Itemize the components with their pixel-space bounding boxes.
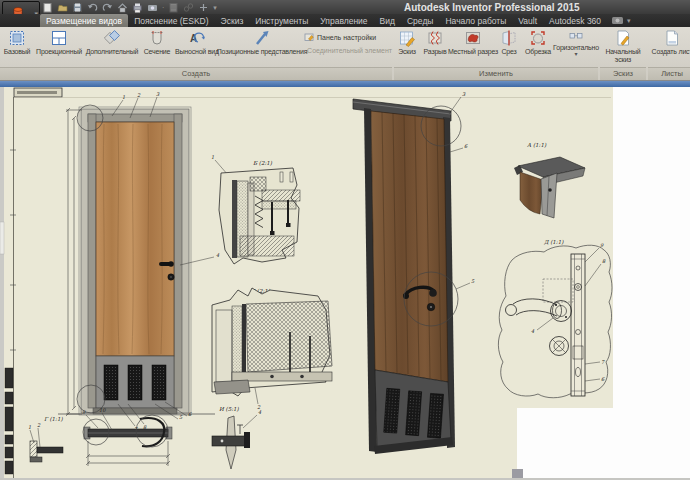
print-icon[interactable]: [132, 2, 143, 13]
link-icon[interactable]: [183, 2, 194, 13]
ribbon-group-sheets: Создать лист Листы: [648, 27, 690, 80]
ribbon-group-modify: Эскиз Разрыв Местный разрез Срез Обрезка…: [394, 27, 598, 80]
save-icon[interactable]: [72, 2, 83, 13]
projected-view-button[interactable]: Проекционный: [34, 29, 84, 56]
home-icon[interactable]: [117, 2, 128, 13]
svg-text:1: 1: [28, 424, 31, 430]
redo-icon[interactable]: [102, 2, 113, 13]
svg-text:1: 1: [122, 94, 125, 100]
breakout-icon: [464, 29, 482, 47]
ribbon: Базовый Проекционный Дополнительный Сече…: [0, 27, 690, 80]
view-section-b[interactable]: Б (2:1) 1: [211, 154, 300, 264]
app-title: Autodesk Inventor Professional 2015: [404, 2, 580, 13]
tab-manage[interactable]: Управление: [314, 14, 373, 27]
camera-icon[interactable]: [147, 2, 158, 13]
base-view-button[interactable]: Базовый: [0, 29, 34, 56]
screencast-icon: [612, 16, 625, 25]
title-bar: · ▾ Autodesk Inventor Professional 2015: [0, 0, 690, 14]
horizontal-dropdown-caret: ▾: [574, 52, 577, 56]
group-label-sketch: Эскиз: [600, 67, 646, 80]
tab-annotate-eskd[interactable]: Пояснение (ESKD): [128, 14, 214, 27]
annotate-icon[interactable]: [168, 2, 179, 13]
detail-view-button[interactable]: A Выносной вид: [174, 29, 220, 56]
ribbon-group-sketch: Начальный эскиз Эскиз: [600, 27, 646, 80]
tab-sketch[interactable]: Эскиз: [215, 14, 250, 27]
ribbon-tab-bar: Размещение видов Пояснение (ESKD) Эскиз …: [0, 14, 690, 27]
svg-text:Д (1:1): Д (1:1): [544, 239, 564, 245]
svg-text:А (1:1): А (1:1): [527, 142, 547, 148]
new-sheet-button[interactable]: Создать лист: [648, 29, 690, 56]
canvas-outside-sheet-bottom: [517, 408, 690, 480]
auxiliary-view-button[interactable]: Дополнительный: [84, 29, 140, 56]
connector-element-button[interactable]: Соединительный элемент: [304, 45, 392, 56]
quick-access-toolbar[interactable]: · ▾: [42, 1, 217, 14]
ribbon-group-create: Базовый Проекционный Дополнительный Сече…: [0, 27, 392, 80]
qat-more-icon[interactable]: ▾: [213, 1, 217, 14]
break-button[interactable]: Разрыв: [420, 29, 450, 56]
tab-autodesk360[interactable]: Autodesk 360: [543, 14, 607, 27]
break-icon: [426, 29, 444, 47]
svg-text:10: 10: [99, 407, 106, 413]
left-scrollbar[interactable]: [0, 87, 4, 478]
group-label-sheets: Листы: [648, 67, 690, 80]
crop-button[interactable]: Обрезка: [522, 29, 554, 56]
sketch-icon: [398, 29, 416, 47]
horizontal-button[interactable]: Горизонтально ▾: [554, 29, 598, 56]
tab-get-started[interactable]: Начало работы: [439, 14, 512, 27]
section-view-button[interactable]: Сечение: [140, 29, 174, 56]
slice-button[interactable]: Срез: [496, 29, 522, 56]
slice-icon: [500, 29, 518, 47]
add-icon[interactable]: [198, 2, 209, 13]
create-group-small-buttons: Панель настройки Соединительный элемент: [304, 29, 392, 56]
crop-icon: [529, 29, 547, 47]
section-view-icon: [148, 29, 166, 47]
positional-representations-icon: [253, 29, 271, 47]
sketch-button[interactable]: Эскиз: [394, 29, 420, 56]
projected-view-icon: [50, 29, 68, 47]
tab-place-views[interactable]: Размещение видов: [40, 14, 128, 27]
connector-element-icon: [304, 45, 305, 56]
left-scrollbar-thumb[interactable]: [0, 222, 4, 254]
scroll-corner-nub[interactable]: [512, 469, 523, 478]
tab-view[interactable]: Вид: [374, 14, 401, 27]
start-sketch-icon: [614, 29, 632, 47]
qat-separator: ·: [162, 1, 164, 14]
new-file-icon[interactable]: [42, 2, 53, 13]
breakout-button[interactable]: Местный разрез: [450, 29, 496, 56]
base-view-icon: [8, 29, 26, 47]
open-icon[interactable]: [57, 2, 68, 13]
undo-icon[interactable]: [87, 2, 98, 13]
tab-extra-tools[interactable]: ▾: [607, 14, 636, 27]
horizontal-icon: [569, 29, 583, 43]
positional-representations-button[interactable]: Позиционные представления: [220, 29, 304, 56]
group-label-modify: Изменить: [394, 67, 598, 80]
tab-environments[interactable]: Среды: [401, 14, 439, 27]
tab-tools[interactable]: Инструменты: [249, 14, 314, 27]
new-sheet-icon: [663, 29, 681, 47]
settings-panel-button[interactable]: Панель настройки: [304, 32, 392, 43]
auxiliary-view-icon: [103, 29, 121, 47]
ribbon-bottom-accent: [0, 80, 690, 87]
svg-text:Г (1:1): Г (1:1): [44, 416, 63, 422]
drawing-canvas[interactable]: 1 2 3 4 7 8 5 6 9 10 Г (1:1) 1 2: [0, 87, 690, 480]
svg-text:И (5:1): И (5:1): [219, 406, 240, 412]
detail-view-icon: A: [188, 29, 206, 47]
svg-text:Б (2:1): Б (2:1): [253, 160, 273, 166]
group-label-create: Создать: [0, 67, 392, 80]
start-sketch-button[interactable]: Начальный эскиз: [600, 29, 646, 63]
svg-text:1: 1: [211, 154, 214, 160]
tab-vault[interactable]: Vault: [512, 14, 543, 27]
settings-panel-icon: [304, 32, 315, 43]
